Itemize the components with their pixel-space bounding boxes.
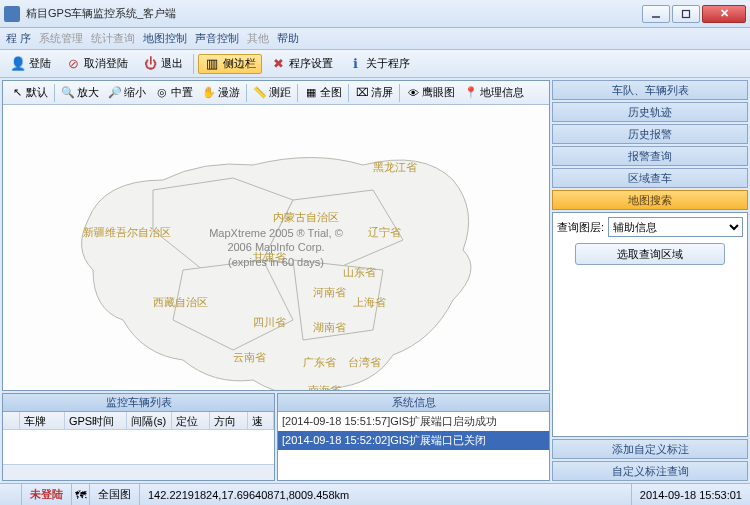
geoinfo-tool[interactable]: 📍地理信息 [460, 84, 528, 101]
separator [54, 84, 55, 102]
log-line[interactable]: [2014-09-18 15:51:57]GIS扩展端口启动成功 [278, 412, 549, 431]
logout-label: 取消登陆 [84, 56, 128, 71]
user-icon: 👤 [10, 56, 26, 72]
info-icon: ℹ [347, 56, 363, 72]
zoomout-tool[interactable]: 🔎缩小 [104, 84, 150, 101]
status-coords: 142.22191824,17.69640871,8009.458km [140, 484, 632, 505]
side-area-button[interactable]: 区域查车 [552, 168, 748, 188]
hand-icon: ✋ [202, 86, 216, 100]
layer-label: 查询图层: [557, 220, 604, 235]
menu-voicectrl[interactable]: 声音控制 [195, 31, 239, 46]
menu-stats[interactable]: 统计查询 [91, 31, 135, 46]
province-label: 南海省 [308, 383, 341, 390]
side-mapsearch-button[interactable]: 地图搜索 [552, 190, 748, 210]
exit-button[interactable]: ⏻退出 [136, 54, 189, 74]
settings-label: 程序设置 [289, 56, 333, 71]
maximize-button[interactable] [672, 5, 700, 23]
side-track-button[interactable]: 历史轨迹 [552, 102, 748, 122]
side-fleet-button[interactable]: 车队、车辆列表 [552, 80, 748, 100]
side-addcustom-button[interactable]: 添加自定义标注 [552, 439, 748, 459]
col-dir[interactable]: 方向 [210, 412, 248, 429]
status-icon-cell [0, 484, 22, 505]
about-label: 关于程序 [366, 56, 410, 71]
panel-icon: ▥ [204, 56, 220, 72]
map-canvas[interactable]: 黑龙江省 内蒙古自治区 辽宁省 新疆维吾尔自治区 甘肃省 山东省 河南省 西藏自… [3, 105, 549, 390]
main-area: ↖默认 🔍放大 🔎缩小 ◎中置 ✋漫游 📏测距 ▦全图 ⌧清屏 👁鹰眼图 📍地理… [0, 78, 750, 483]
separator [193, 54, 194, 74]
col-gpstime[interactable]: GPS时间 [65, 412, 128, 429]
close-button[interactable]: ✕ [702, 5, 746, 23]
map-panel: ↖默认 🔍放大 🔎缩小 ◎中置 ✋漫游 📏测距 ▦全图 ⌧清屏 👁鹰眼图 📍地理… [2, 80, 550, 391]
title-bar: 精目GPS车辆监控系统_客户端 ✕ [0, 0, 750, 28]
side-alarmquery-button[interactable]: 报警查询 [552, 146, 748, 166]
col-locate[interactable]: 定位 [172, 412, 210, 429]
menu-help[interactable]: 帮助 [277, 31, 299, 46]
fullextent-tool[interactable]: ▦全图 [300, 84, 346, 101]
pin-icon: 📍 [464, 86, 478, 100]
grid-body[interactable] [3, 430, 274, 464]
zoomout-icon: 🔎 [108, 86, 122, 100]
ruler-icon: 📏 [253, 86, 267, 100]
side-bottom: 添加自定义标注 自定义标注查询 [552, 439, 748, 481]
menu-sysmgr[interactable]: 系统管理 [39, 31, 83, 46]
province-label: 新疆维吾尔自治区 [83, 225, 171, 240]
separator [297, 84, 298, 102]
cancel-icon: ⊘ [65, 56, 81, 72]
select-region-button[interactable]: 选取查询区域 [575, 243, 725, 265]
eagle-tool[interactable]: 👁鹰眼图 [402, 84, 459, 101]
lower-panes: 监控车辆列表 车牌 GPS时间 间隔(s) 定位 方向 速 系统信息 [2014… [0, 393, 552, 483]
logout-button[interactable]: ⊘取消登陆 [59, 54, 134, 74]
default-tool[interactable]: ↖默认 [6, 84, 52, 101]
eye-icon: 👁 [406, 86, 420, 100]
side-custom-button[interactable]: 自定义标注查询 [552, 461, 748, 481]
gear-icon: ✖ [270, 56, 286, 72]
monitor-list-pane: 监控车辆列表 车牌 GPS时间 间隔(s) 定位 方向 速 [2, 393, 275, 481]
pointer-icon: ↖ [10, 86, 24, 100]
province-label: 黑龙江省 [373, 160, 417, 175]
pane-header: 系统信息 [278, 394, 549, 412]
zoomin-tool[interactable]: 🔍放大 [57, 84, 103, 101]
log-line[interactable]: [2014-09-18 15:52:02]GIS扩展端口已关闭 [278, 431, 549, 450]
login-label: 登陆 [29, 56, 51, 71]
settings-button[interactable]: ✖程序设置 [264, 54, 339, 74]
window-title: 精目GPS车辆监控系统_客户端 [26, 6, 640, 21]
separator [348, 84, 349, 102]
province-label: 台湾省 [348, 355, 381, 370]
separator [246, 84, 247, 102]
exit-icon: ⏻ [142, 56, 158, 72]
col-interval[interactable]: 间隔(s) [127, 412, 172, 429]
svg-rect-1 [683, 10, 690, 17]
menu-bar: 程 序 系统管理 统计查询 地图控制 声音控制 其他 帮助 [0, 28, 750, 50]
pan-tool[interactable]: ✋漫游 [198, 84, 244, 101]
sidebar-toggle-button[interactable]: ▥侧边栏 [198, 54, 262, 74]
right-sidebar: 车队、车辆列表 历史轨迹 历史报警 报警查询 区域查车 地图搜索 查询图层: 辅… [552, 78, 750, 483]
map-toolbar: ↖默认 🔍放大 🔎缩小 ◎中置 ✋漫游 📏测距 ▦全图 ⌧清屏 👁鹰眼图 📍地理… [3, 81, 549, 105]
province-label: 上海省 [353, 295, 386, 310]
province-label: 辽宁省 [368, 225, 401, 240]
query-panel: 查询图层: 辅助信息 选取查询区域 [552, 212, 748, 437]
exit-label: 退出 [161, 56, 183, 71]
app-icon [4, 6, 20, 22]
province-label: 河南省 [313, 285, 346, 300]
status-time: 2014-09-18 15:53:01 [632, 484, 750, 505]
log-body[interactable]: [2014-09-18 15:51:57]GIS扩展端口启动成功 [2014-0… [278, 412, 549, 480]
fullext-icon: ▦ [304, 86, 318, 100]
h-scrollbar[interactable] [3, 464, 274, 480]
menu-program[interactable]: 程 序 [6, 31, 31, 46]
minimize-button[interactable] [642, 5, 670, 23]
menu-mapctrl[interactable]: 地图控制 [143, 31, 187, 46]
layer-select[interactable]: 辅助信息 [608, 217, 743, 237]
main-toolbar: 👤登陆 ⊘取消登陆 ⏻退出 ▥侧边栏 ✖程序设置 ℹ关于程序 [0, 50, 750, 78]
province-label: 云南省 [233, 350, 266, 365]
col-speed[interactable]: 速 [248, 412, 274, 429]
separator [399, 84, 400, 102]
menu-other[interactable]: 其他 [247, 31, 269, 46]
col-plate[interactable]: 车牌 [20, 412, 65, 429]
about-button[interactable]: ℹ关于程序 [341, 54, 416, 74]
login-button[interactable]: 👤登陆 [4, 54, 57, 74]
side-alarm-button[interactable]: 历史报警 [552, 124, 748, 144]
measure-tool[interactable]: 📏测距 [249, 84, 295, 101]
center-tool[interactable]: ◎中置 [151, 84, 197, 101]
clear-tool[interactable]: ⌧清屏 [351, 84, 397, 101]
province-label: 内蒙古自治区 [273, 210, 339, 225]
